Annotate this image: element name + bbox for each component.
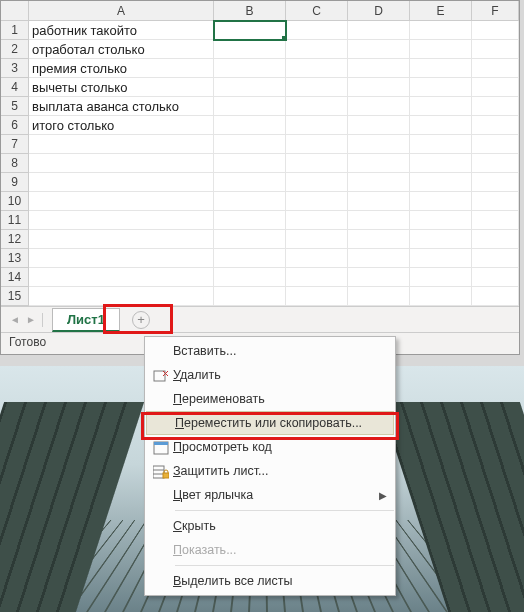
cell-E12[interactable] bbox=[410, 230, 472, 249]
cell-B15[interactable] bbox=[214, 287, 286, 306]
spreadsheet-grid[interactable]: A B C D E F 1работник такойто2отработал … bbox=[1, 1, 519, 306]
cell-A5[interactable]: выплата аванса столько bbox=[29, 97, 214, 116]
cell-F1[interactable] bbox=[472, 21, 519, 40]
cell-A11[interactable] bbox=[29, 211, 214, 230]
cell-F12[interactable] bbox=[472, 230, 519, 249]
cell-E10[interactable] bbox=[410, 192, 472, 211]
cell-D7[interactable] bbox=[348, 135, 410, 154]
col-header-A[interactable]: A bbox=[29, 1, 214, 20]
cell-C10[interactable] bbox=[286, 192, 348, 211]
cell-E5[interactable] bbox=[410, 97, 472, 116]
col-header-E[interactable]: E bbox=[410, 1, 472, 20]
cell-E1[interactable] bbox=[410, 21, 472, 40]
cell-E8[interactable] bbox=[410, 154, 472, 173]
menu-move-copy[interactable]: Переместить или скопировать... bbox=[146, 411, 394, 435]
cell-D4[interactable] bbox=[348, 78, 410, 97]
cell-F3[interactable] bbox=[472, 59, 519, 78]
cell-C2[interactable] bbox=[286, 40, 348, 59]
row-header[interactable]: 9 bbox=[1, 173, 29, 192]
cell-F11[interactable] bbox=[472, 211, 519, 230]
cell-B6[interactable] bbox=[214, 116, 286, 135]
col-header-F[interactable]: F bbox=[472, 1, 519, 20]
cell-C8[interactable] bbox=[286, 154, 348, 173]
tab-next-button[interactable]: ► bbox=[23, 314, 39, 325]
cell-C7[interactable] bbox=[286, 135, 348, 154]
cell-D14[interactable] bbox=[348, 268, 410, 287]
cell-E11[interactable] bbox=[410, 211, 472, 230]
row-header[interactable]: 14 bbox=[1, 268, 29, 287]
cell-E2[interactable] bbox=[410, 40, 472, 59]
row-header[interactable]: 1 bbox=[1, 21, 29, 40]
cell-B11[interactable] bbox=[214, 211, 286, 230]
cell-E4[interactable] bbox=[410, 78, 472, 97]
cell-B13[interactable] bbox=[214, 249, 286, 268]
row-header[interactable]: 10 bbox=[1, 192, 29, 211]
menu-select-all-sheets[interactable]: Выделить все листы bbox=[145, 569, 395, 593]
cell-D1[interactable] bbox=[348, 21, 410, 40]
cell-E13[interactable] bbox=[410, 249, 472, 268]
cell-F13[interactable] bbox=[472, 249, 519, 268]
cell-A3[interactable]: премия столько bbox=[29, 59, 214, 78]
menu-rename[interactable]: Переименовать bbox=[145, 387, 395, 411]
cell-F2[interactable] bbox=[472, 40, 519, 59]
cell-F7[interactable] bbox=[472, 135, 519, 154]
cell-D3[interactable] bbox=[348, 59, 410, 78]
row-header[interactable]: 4 bbox=[1, 78, 29, 97]
col-header-B[interactable]: B bbox=[214, 1, 286, 20]
cell-A7[interactable] bbox=[29, 135, 214, 154]
cell-C5[interactable] bbox=[286, 97, 348, 116]
cell-F8[interactable] bbox=[472, 154, 519, 173]
cell-C14[interactable] bbox=[286, 268, 348, 287]
cell-B14[interactable] bbox=[214, 268, 286, 287]
cell-F6[interactable] bbox=[472, 116, 519, 135]
cell-A1[interactable]: работник такойто bbox=[29, 21, 214, 40]
cell-D6[interactable] bbox=[348, 116, 410, 135]
row-header[interactable]: 8 bbox=[1, 154, 29, 173]
cell-E3[interactable] bbox=[410, 59, 472, 78]
cell-C4[interactable] bbox=[286, 78, 348, 97]
cell-B3[interactable] bbox=[214, 59, 286, 78]
cell-A8[interactable] bbox=[29, 154, 214, 173]
row-header[interactable]: 5 bbox=[1, 97, 29, 116]
cell-C13[interactable] bbox=[286, 249, 348, 268]
cell-E6[interactable] bbox=[410, 116, 472, 135]
cell-C11[interactable] bbox=[286, 211, 348, 230]
cell-B5[interactable] bbox=[214, 97, 286, 116]
row-header[interactable]: 12 bbox=[1, 230, 29, 249]
cell-A14[interactable] bbox=[29, 268, 214, 287]
row-header[interactable]: 7 bbox=[1, 135, 29, 154]
cell-D2[interactable] bbox=[348, 40, 410, 59]
cell-D12[interactable] bbox=[348, 230, 410, 249]
cell-D8[interactable] bbox=[348, 154, 410, 173]
cell-F14[interactable] bbox=[472, 268, 519, 287]
menu-protect-sheet[interactable]: Защитить лист... bbox=[145, 459, 395, 483]
add-sheet-button[interactable]: + bbox=[132, 311, 150, 329]
cell-F5[interactable] bbox=[472, 97, 519, 116]
row-header[interactable]: 2 bbox=[1, 40, 29, 59]
cell-A4[interactable]: вычеты столько bbox=[29, 78, 214, 97]
cell-C9[interactable] bbox=[286, 173, 348, 192]
row-header[interactable]: 6 bbox=[1, 116, 29, 135]
cell-C12[interactable] bbox=[286, 230, 348, 249]
col-header-C[interactable]: C bbox=[286, 1, 348, 20]
cell-A6[interactable]: итого столько bbox=[29, 116, 214, 135]
row-header[interactable]: 15 bbox=[1, 287, 29, 306]
cell-E9[interactable] bbox=[410, 173, 472, 192]
cell-A2[interactable]: отработал столько bbox=[29, 40, 214, 59]
cell-B4[interactable] bbox=[214, 78, 286, 97]
cell-A15[interactable] bbox=[29, 287, 214, 306]
cell-B12[interactable] bbox=[214, 230, 286, 249]
tab-prev-button[interactable]: ◄ bbox=[7, 314, 23, 325]
cell-D10[interactable] bbox=[348, 192, 410, 211]
cell-C15[interactable] bbox=[286, 287, 348, 306]
menu-view-code[interactable]: Просмотреть код bbox=[145, 435, 395, 459]
cell-D5[interactable] bbox=[348, 97, 410, 116]
cell-C1[interactable] bbox=[286, 21, 348, 40]
cell-D11[interactable] bbox=[348, 211, 410, 230]
cell-E15[interactable] bbox=[410, 287, 472, 306]
cell-E7[interactable] bbox=[410, 135, 472, 154]
cell-D9[interactable] bbox=[348, 173, 410, 192]
cell-B8[interactable] bbox=[214, 154, 286, 173]
menu-hide[interactable]: Скрыть bbox=[145, 514, 395, 538]
menu-delete[interactable]: Удалить bbox=[145, 363, 395, 387]
